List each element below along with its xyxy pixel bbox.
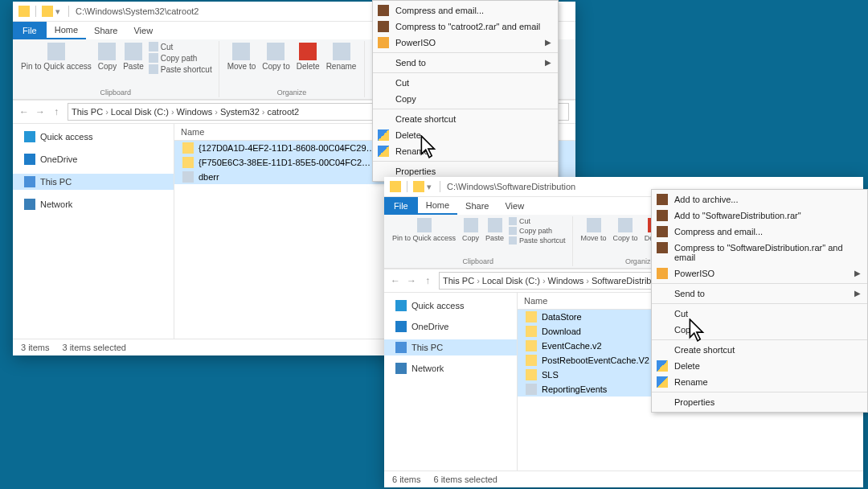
pin-button[interactable]: Pin to Quick access	[18, 41, 95, 75]
menu-share[interactable]: Share	[86, 22, 125, 39]
sidebar-network[interactable]: Network	[384, 360, 517, 376]
chevron-right-icon: ▶	[545, 58, 551, 67]
menu-home[interactable]: Home	[47, 22, 86, 39]
menu-item[interactable]: Create shortcut	[652, 342, 867, 358]
menu-item[interactable]: Cut	[373, 75, 558, 91]
folder-icon	[182, 157, 194, 168]
status-selected: 6 items selected	[433, 475, 497, 484]
folder-icon	[526, 311, 537, 323]
move-button[interactable]: Move to	[578, 216, 610, 244]
folder-icon	[526, 326, 537, 337]
folder-icon	[18, 6, 30, 17]
pin-button[interactable]: Pin to Quick access	[389, 216, 459, 245]
rar-icon	[657, 242, 668, 253]
copyto-button[interactable]: Copy to	[259, 41, 293, 72]
sidebar-quick-access[interactable]: Quick access	[384, 298, 517, 314]
up-button[interactable]: ↑	[420, 273, 436, 289]
folder-icon	[182, 142, 194, 154]
chevron-right-icon: ▶	[854, 289, 861, 298]
sidebar-quick-access[interactable]: Quick access	[13, 129, 174, 145]
rar-icon	[657, 194, 668, 205]
window-path: C:\Windows\System32\catroot2	[76, 6, 199, 16]
status-items: 3 items	[21, 343, 49, 352]
file-icon	[182, 171, 194, 183]
delete-button[interactable]: Delete	[293, 41, 323, 72]
sidebar-network[interactable]: Network	[13, 196, 174, 212]
menu-item[interactable]: Delete	[652, 358, 867, 374]
shield-icon	[657, 360, 668, 372]
context-menu[interactable]: Add to archive...Add to "SoftwareDistrib…	[651, 189, 868, 413]
status-items: 6 items	[392, 475, 420, 484]
menu-view[interactable]: View	[125, 22, 161, 39]
rar-icon	[378, 21, 389, 32]
menu-item[interactable]: Send to▶	[652, 286, 867, 302]
menu-item[interactable]: Add to "SoftwareDistribution.rar"	[652, 208, 867, 224]
copy-icon	[98, 43, 116, 60]
move-button[interactable]: Move to	[224, 41, 260, 72]
sidebar-onedrive[interactable]: OneDrive	[384, 318, 517, 335]
sidebar-thispc[interactable]: This PC	[13, 174, 174, 190]
menu-item[interactable]: Compress to "SoftwareDistribution.rar" a…	[652, 240, 867, 265]
menu-item[interactable]: Compress to "catroot2.rar" and email	[373, 18, 558, 35]
menu-share[interactable]: Share	[457, 197, 497, 215]
cut-button[interactable]: Cut	[147, 41, 214, 52]
sidebar-thispc[interactable]: This PC	[384, 339, 517, 355]
delete-icon	[299, 43, 317, 60]
pasteshortcut-button[interactable]: Paste shortcut	[507, 236, 567, 245]
copy-button[interactable]: Copy	[459, 216, 482, 245]
shield-icon	[657, 376, 668, 388]
menu-item[interactable]: Delete	[373, 127, 558, 143]
menu-item[interactable]: Properties	[652, 394, 867, 410]
sidebar-onedrive[interactable]: OneDrive	[13, 151, 174, 167]
menu-item[interactable]: PowerISO▶	[652, 265, 867, 281]
col-name[interactable]: Name	[174, 124, 380, 140]
copyto-button[interactable]: Copy to	[610, 216, 641, 244]
menu-file[interactable]: File	[384, 197, 418, 215]
folder-icon	[42, 6, 53, 17]
forward-button[interactable]: →	[32, 104, 48, 120]
copypath-button[interactable]: Copy path	[147, 52, 214, 64]
menu-item[interactable]: Rename	[652, 374, 867, 390]
menu-item[interactable]: Cut	[652, 306, 867, 322]
menu-view[interactable]: View	[497, 197, 532, 215]
piso-icon	[657, 268, 668, 279]
folder-icon	[526, 369, 537, 380]
menu-item[interactable]: Rename	[373, 143, 558, 159]
sidebar: Quick access OneDrive This PC Network	[384, 293, 518, 471]
status-bar: 6 items 6 items selected	[384, 471, 863, 487]
copypath-button[interactable]: Copy path	[507, 226, 567, 236]
menu-item[interactable]: Create shortcut	[373, 111, 558, 127]
group-organize: Organize	[277, 88, 307, 97]
copy-button[interactable]: Copy	[95, 41, 120, 75]
back-button[interactable]: ←	[16, 104, 32, 120]
paste-button[interactable]: Paste	[120, 41, 147, 75]
cut-button[interactable]: Cut	[507, 216, 567, 226]
status-selected: 3 items selected	[62, 343, 125, 352]
file-icon	[526, 384, 537, 395]
back-button[interactable]: ←	[387, 273, 403, 289]
paste-icon	[125, 43, 142, 60]
sidebar: Quick access OneDrive This PC Network	[13, 124, 174, 339]
paste-button[interactable]: Paste	[482, 216, 507, 245]
folder-icon	[526, 355, 537, 366]
window-path: C:\Windows\SoftwareDistribution	[447, 182, 575, 191]
menu-item[interactable]: Send to▶	[373, 55, 558, 71]
pasteshortcut-button[interactable]: Paste shortcut	[147, 64, 214, 75]
menu-home[interactable]: Home	[418, 197, 457, 215]
piso-icon	[378, 37, 389, 48]
forward-button[interactable]: →	[403, 273, 420, 289]
menu-item[interactable]: PowerISO▶	[373, 35, 558, 51]
menu-item[interactable]: Compress and email...	[373, 2, 558, 18]
cloud-icon	[24, 154, 35, 165]
pin-icon	[47, 43, 65, 60]
rename-button[interactable]: Rename	[323, 41, 360, 72]
context-menu[interactable]: Compress and email...Compress to "catroo…	[372, 0, 559, 182]
menu-item[interactable]: Compress and email...	[652, 224, 867, 240]
menu-file[interactable]: File	[13, 22, 47, 39]
menu-item[interactable]: Add to archive...	[652, 191, 867, 208]
menu-item[interactable]: Copy	[652, 322, 867, 338]
scissors-icon	[149, 42, 158, 51]
menu-item[interactable]: Copy	[373, 91, 558, 107]
up-button[interactable]: ↑	[48, 104, 64, 120]
folder-icon	[390, 181, 401, 192]
